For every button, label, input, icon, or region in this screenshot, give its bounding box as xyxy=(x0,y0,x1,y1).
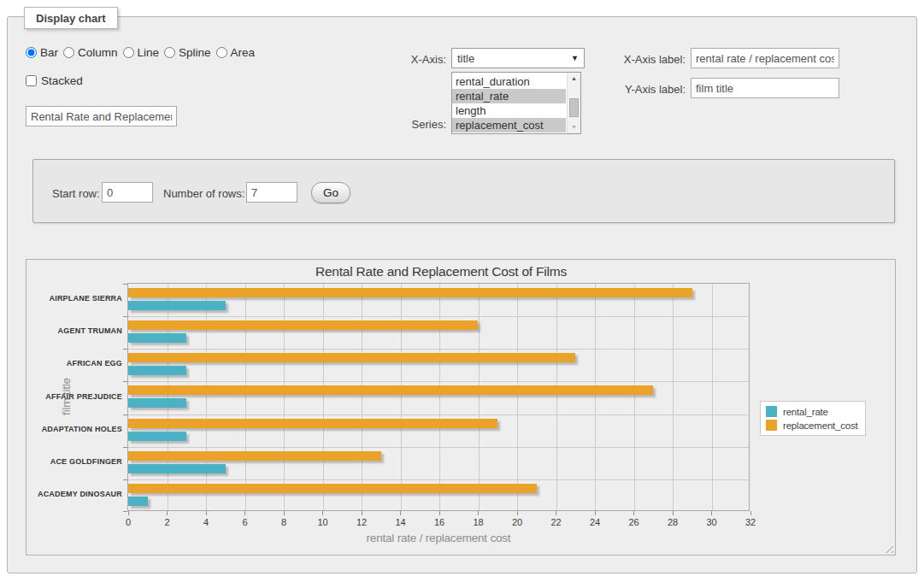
x-axis-selected-value: title xyxy=(457,52,571,65)
radio-label: Column xyxy=(78,46,118,59)
scrollbar-thumb[interactable] xyxy=(569,98,579,117)
x-tick-mark xyxy=(556,511,556,515)
x-tick-mark xyxy=(439,511,440,515)
grid-line-horizontal xyxy=(128,414,749,415)
bar-replacement_cost xyxy=(128,419,497,428)
bar-replacement_cost xyxy=(128,320,478,330)
x-tick-mark xyxy=(633,511,634,515)
radio-bar[interactable] xyxy=(26,47,37,58)
series-option-replacement_cost[interactable]: replacement_cost xyxy=(452,118,566,132)
legend-label: replacement_cost xyxy=(783,420,858,431)
stacked-checkbox-row[interactable]: Stacked xyxy=(26,74,83,87)
chart-title-input[interactable] xyxy=(26,106,177,126)
plot-area: 02468101214161820222426283032 xyxy=(127,283,750,511)
radio-label: Spline xyxy=(179,46,211,59)
category-label: ACADEMY DINOSAUR xyxy=(26,490,122,498)
grid-line-vertical xyxy=(556,284,557,510)
start-row-label: Start row: xyxy=(52,187,100,200)
grid-line-vertical xyxy=(673,284,674,510)
scrollbar[interactable]: ▲ ▼ xyxy=(567,73,580,133)
x-tick-mark xyxy=(595,511,596,515)
x-axis-select-label: X-Axis: xyxy=(369,53,446,66)
scroll-down-icon[interactable]: ▼ xyxy=(568,121,580,133)
y-axis-label-label: Y-Axis label: xyxy=(598,83,686,96)
chart-type-option-spline[interactable]: Spline xyxy=(164,46,211,59)
grid-line-vertical xyxy=(168,284,168,510)
bar-rental_rate xyxy=(128,464,226,473)
x-tick-mark xyxy=(322,511,323,515)
chart-container: Rental Rate and Replacement Cost of Film… xyxy=(26,259,896,556)
grid-line-vertical xyxy=(401,284,402,510)
x-axis-select[interactable]: title ▼ xyxy=(451,48,585,68)
grid-line-horizontal xyxy=(128,316,749,317)
series-select-label: Series: xyxy=(369,118,446,131)
radio-label: Line xyxy=(138,46,160,59)
x-tick-label: 14 xyxy=(388,517,414,527)
number-of-rows-input[interactable] xyxy=(246,182,297,203)
x-tick-label: 22 xyxy=(544,517,569,527)
series-option-length[interactable]: length xyxy=(452,103,566,118)
category-label: AFRICAN EGG xyxy=(26,359,122,367)
stacked-checkbox[interactable] xyxy=(26,75,37,86)
radio-label: Area xyxy=(231,46,256,59)
x-tick-mark xyxy=(362,511,362,515)
grid-line-vertical xyxy=(479,284,480,510)
radio-line[interactable] xyxy=(123,47,134,58)
y-tick-mark xyxy=(123,349,127,350)
x-tick-mark xyxy=(244,511,245,515)
x-tick-label: 0 xyxy=(115,517,141,527)
chart-type-option-area[interactable]: Area xyxy=(216,46,256,59)
legend-swatch-rental_rate xyxy=(766,406,777,417)
bar-replacement_cost xyxy=(128,353,575,362)
chart-type-option-line[interactable]: Line xyxy=(123,46,160,59)
grid-line-vertical xyxy=(634,284,635,510)
x-tick-mark xyxy=(206,511,207,515)
series-option-rental_duration[interactable]: rental_duration xyxy=(452,74,566,89)
x-tick-label: 4 xyxy=(193,517,219,527)
category-label: AIRPLANE SIERRA xyxy=(26,294,122,303)
category-label: ADAPTATION HOLES xyxy=(26,425,122,433)
x-axis-label-input[interactable] xyxy=(691,48,839,68)
legend-item: replacement_cost xyxy=(766,420,858,431)
radio-column[interactable] xyxy=(63,47,74,58)
x-tick-label: 18 xyxy=(466,517,491,527)
bar-rental_rate xyxy=(128,333,186,343)
grid-line-vertical xyxy=(323,284,324,510)
series-options: rental_durationrental_ratelengthreplacem… xyxy=(452,74,580,132)
radio-area[interactable] xyxy=(216,47,227,58)
chart-type-option-column[interactable]: Column xyxy=(63,46,118,59)
x-tick-mark xyxy=(167,511,168,515)
bar-rental_rate xyxy=(128,432,186,441)
y-tick-mark xyxy=(123,414,127,415)
x-tick-mark xyxy=(750,511,751,515)
grid-line-vertical xyxy=(362,284,362,510)
x-tick-label: 12 xyxy=(349,517,374,527)
x-tick-label: 24 xyxy=(582,517,608,527)
grid-line-horizontal xyxy=(128,381,749,382)
legend-label: rental_rate xyxy=(783,407,828,417)
series-multiselect[interactable]: rental_durationrental_ratelengthreplacem… xyxy=(451,72,581,134)
series-option-rental_rate[interactable]: rental_rate xyxy=(452,89,566,103)
bar-rental_rate xyxy=(128,301,226,310)
x-axis-label-label: X-Axis label: xyxy=(598,53,686,66)
x-tick-label: 6 xyxy=(232,517,258,527)
radio-spline[interactable] xyxy=(164,47,175,58)
x-tick-mark xyxy=(711,511,712,515)
y-axis-label-input[interactable] xyxy=(691,78,839,98)
grid-line-vertical xyxy=(439,284,440,510)
chart-type-option-bar[interactable]: Bar xyxy=(26,46,58,59)
legend-item: rental_rate xyxy=(766,406,858,417)
bar-replacement_cost xyxy=(128,288,692,297)
x-tick-label: 8 xyxy=(271,517,297,527)
go-button[interactable]: Go xyxy=(311,182,350,203)
x-tick-mark xyxy=(517,511,518,515)
bar-replacement_cost xyxy=(128,484,537,493)
x-tick-mark xyxy=(673,511,674,515)
resize-handle-icon[interactable] xyxy=(883,543,893,553)
x-tick-label: 26 xyxy=(621,517,647,527)
x-tick-mark xyxy=(128,511,129,515)
scroll-up-icon[interactable]: ▲ xyxy=(568,73,580,85)
bar-rental_rate xyxy=(128,366,186,375)
x-axis-title: rental rate / replacement cost xyxy=(127,532,750,544)
start-row-input[interactable] xyxy=(102,182,153,203)
